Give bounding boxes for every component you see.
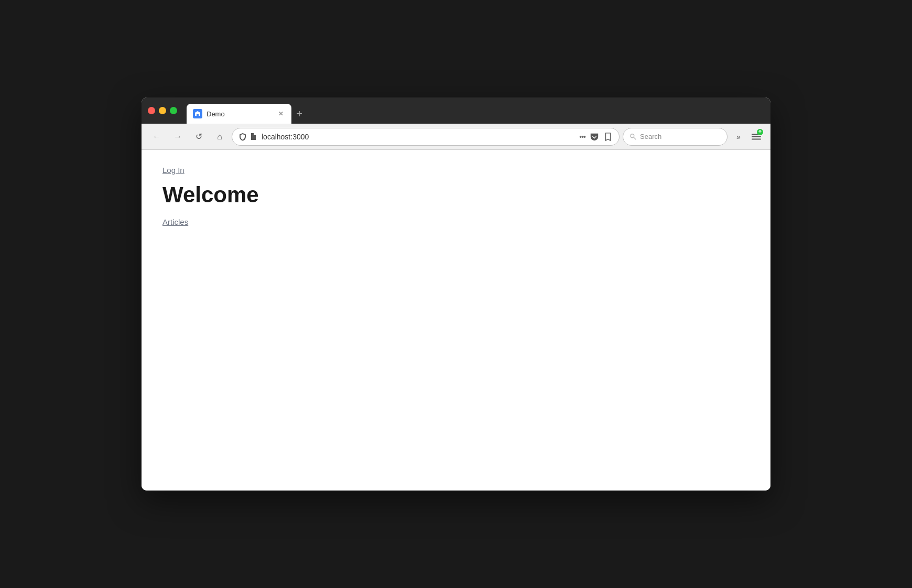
search-icon [629, 133, 637, 140]
page-content: Log In Welcome Articles [142, 150, 770, 491]
shield-icon [238, 133, 247, 141]
search-placeholder: Search [640, 133, 661, 140]
update-badge [757, 129, 763, 135]
home-icon: ⌂ [217, 132, 222, 141]
page-icon [249, 133, 257, 141]
login-link[interactable]: Log In [162, 166, 184, 175]
address-text: localhost:3000 [262, 133, 575, 141]
forward-button[interactable]: → [169, 128, 187, 146]
page-heading: Welcome [162, 183, 750, 207]
home-button[interactable]: ⌂ [211, 128, 229, 146]
forward-icon: → [173, 132, 182, 141]
address-bar[interactable]: localhost:3000 ••• [232, 128, 620, 146]
tab-close-button[interactable]: ✕ [277, 110, 285, 118]
reload-icon: ↺ [196, 132, 202, 141]
new-tab-button[interactable]: + [291, 106, 307, 122]
security-icons [238, 133, 257, 141]
profile-button[interactable] [748, 129, 764, 145]
more-options-icon[interactable]: ••• [579, 133, 585, 141]
browser-window: Demo ✕ + ← → ↺ ⌂ [142, 97, 770, 491]
svg-point-0 [631, 134, 634, 137]
overflow-button[interactable]: » [731, 129, 746, 145]
search-bar[interactable]: Search [623, 128, 728, 146]
tab-title: Demo [207, 110, 273, 118]
tab-favicon-icon [194, 111, 201, 117]
svg-rect-4 [752, 138, 761, 139]
articles-link[interactable]: Articles [162, 217, 188, 226]
toolbar: ← → ↺ ⌂ localhost:3000 ••• [142, 124, 770, 150]
title-bar: Demo ✕ + [142, 97, 770, 124]
chevron-right-icon: » [736, 133, 741, 141]
close-button[interactable] [148, 107, 155, 114]
traffic-lights [148, 107, 177, 114]
pocket-icon[interactable] [590, 132, 599, 141]
back-button[interactable]: ← [148, 128, 166, 146]
svg-rect-3 [752, 136, 761, 137]
active-tab[interactable]: Demo ✕ [187, 104, 291, 124]
minimize-button[interactable] [159, 107, 166, 114]
back-icon: ← [153, 132, 161, 141]
toolbar-extras: » [731, 129, 764, 145]
bookmark-icon[interactable] [603, 132, 613, 141]
tab-bar: Demo ✕ + [187, 97, 764, 124]
tab-favicon [193, 109, 202, 118]
svg-line-1 [634, 137, 636, 139]
address-actions: ••• [579, 132, 613, 141]
maximize-button[interactable] [170, 107, 177, 114]
reload-button[interactable]: ↺ [190, 128, 208, 146]
